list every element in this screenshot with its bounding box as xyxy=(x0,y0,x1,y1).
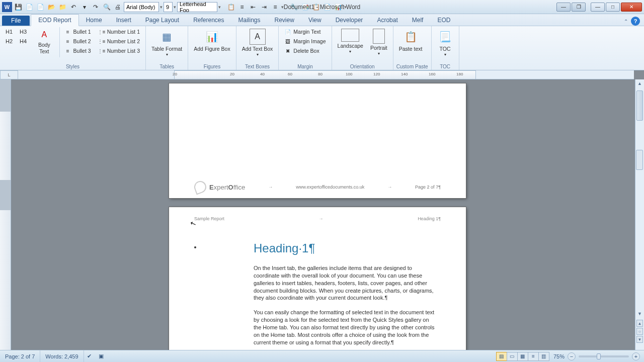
zoom-handle[interactable] xyxy=(636,150,643,170)
document-scroll[interactable]: ExpertOffice → www.expertofficedocuments… xyxy=(11,79,635,350)
margin-image-button[interactable]: 🖼Margin Image xyxy=(282,37,328,46)
zoom-level[interactable]: 75% xyxy=(553,353,565,359)
style-body-text[interactable]: A Body Text xyxy=(31,27,57,56)
spell-check-icon[interactable]: ✔ xyxy=(87,353,92,359)
next-page-button[interactable]: ▼ xyxy=(636,336,643,343)
open-icon[interactable]: 📂 xyxy=(46,2,56,12)
view-outline[interactable]: ≡ xyxy=(528,352,539,361)
print-preview-icon[interactable]: 🔍 xyxy=(102,2,112,12)
tab-references[interactable]: References xyxy=(186,15,231,26)
horizontal-ruler[interactable]: 20 20 40 60 80 100 120 140 160 180 xyxy=(18,70,634,79)
tab-home[interactable]: Home xyxy=(79,15,109,26)
tab-insert[interactable]: Insert xyxy=(109,15,138,26)
style-h1[interactable]: H1 xyxy=(3,27,15,36)
line-spacing-icon[interactable]: ≡ xyxy=(270,2,280,12)
close-button[interactable]: ✕ xyxy=(621,3,642,12)
add-figure-box-button[interactable]: 📊 Add Figure Box xyxy=(191,27,232,54)
landscape-icon xyxy=(341,29,359,42)
landscape-button[interactable]: Landscape▾ xyxy=(335,27,366,55)
tab-view[interactable]: View xyxy=(301,15,329,26)
group-label-orientation: Orientation xyxy=(335,63,390,70)
vertical-ruler[interactable] xyxy=(0,79,11,350)
prev-page-button[interactable]: ▲ xyxy=(636,320,643,327)
print-icon[interactable]: 🖨 xyxy=(113,2,123,12)
file-tab[interactable]: File xyxy=(2,16,30,26)
add-text-box-button[interactable]: A Add Text Box▾ xyxy=(239,27,276,58)
style-bullet-2[interactable]: ≡Bullet 2 xyxy=(62,37,94,46)
group-custom-paste: 📋 Paste text Custom Paste xyxy=(393,26,432,70)
status-words[interactable]: Words: 2,459 xyxy=(40,350,84,362)
outer-restore-button[interactable]: ❐ xyxy=(572,3,586,12)
font-size-selector[interactable]: 9 xyxy=(164,2,173,12)
macro-record-icon[interactable]: ▣ xyxy=(99,353,104,359)
style-number-2[interactable]: ⋮≡Number List 2 xyxy=(96,37,142,46)
save-as-icon[interactable]: 📄 xyxy=(24,2,34,12)
style-h2[interactable]: H2 xyxy=(3,37,15,46)
scroll-up-icon[interactable]: ▲ xyxy=(635,79,644,87)
tab-eod-report[interactable]: EOD Report xyxy=(31,14,78,26)
increase-indent-icon[interactable]: ⇥ xyxy=(259,2,269,12)
paragraph-2: You can easily change the formatting of … xyxy=(254,309,436,346)
tab-acrobat[interactable]: Acrobat xyxy=(370,15,405,26)
save-icon[interactable]: 💾 xyxy=(13,2,23,12)
portrait-button[interactable]: Portrait▾ xyxy=(368,27,390,57)
table-format-button[interactable]: ▦ Table Format▾ xyxy=(149,27,185,58)
paste-text-button[interactable]: 📋 Paste text xyxy=(396,27,425,54)
document-area: L 20 20 40 60 80 100 120 140 160 180 Exp… xyxy=(0,70,644,350)
window-controls: — ❐ — □ ✕ xyxy=(555,3,642,12)
margin-text-icon: 📄 xyxy=(284,28,291,35)
browse-object-button[interactable]: ○ xyxy=(636,328,643,335)
minimize-button[interactable]: — xyxy=(591,3,605,12)
scroll-thumb[interactable] xyxy=(636,90,643,121)
help-button[interactable]: ? xyxy=(631,17,640,26)
word-icon[interactable]: W xyxy=(2,2,12,12)
tab-mailings[interactable]: Mailings xyxy=(231,15,268,26)
outer-min-button[interactable]: — xyxy=(556,3,571,12)
tab-review[interactable]: Review xyxy=(268,15,301,26)
qat-extra-1-icon[interactable]: 📋 xyxy=(226,2,236,12)
zoom-slider[interactable] xyxy=(579,355,629,357)
view-draft[interactable]: ▥ xyxy=(538,352,549,361)
ribbon-tabs: File EOD Report Home Insert Page Layout … xyxy=(0,14,644,26)
view-full-screen[interactable]: ▭ xyxy=(507,352,518,361)
scroll-down-icon[interactable]: ▼ xyxy=(635,310,644,318)
font-name-selector[interactable]: Arial (Body) xyxy=(124,2,159,12)
new-icon[interactable]: 📄 xyxy=(35,2,45,12)
qat-extra-2-icon[interactable]: ≡ xyxy=(237,2,247,12)
style-h3[interactable]: H3 xyxy=(17,27,29,36)
close-doc-icon[interactable]: 📁 xyxy=(57,2,67,12)
status-page[interactable]: Page: 2 of 7 xyxy=(0,350,40,362)
zoom-out-button[interactable]: − xyxy=(568,352,576,360)
zoom-in-button[interactable]: + xyxy=(632,352,640,360)
view-web-layout[interactable]: ▦ xyxy=(517,352,528,361)
tab-developer[interactable]: Developer xyxy=(329,15,370,26)
number-icon: ⋮≡ xyxy=(98,47,105,54)
tab-eod[interactable]: EOD xyxy=(430,15,457,26)
style-h4[interactable]: H4 xyxy=(17,37,29,46)
page-1-footer: ExpertOffice → www.expertofficedocuments… xyxy=(194,181,441,193)
style-bullet-3[interactable]: ≡Bullet 3 xyxy=(62,46,94,55)
group-label-custom-paste: Custom Paste xyxy=(396,63,428,70)
toc-button[interactable]: 📃 TOC▾ xyxy=(435,27,456,58)
maximize-button[interactable]: □ xyxy=(606,3,620,12)
footer-url: www.expertofficedocuments.co.uk xyxy=(296,185,364,190)
vertical-scrollbar[interactable]: ▲ ▼ ▲ ○ ▼ xyxy=(635,79,644,350)
tab-page-layout[interactable]: Page Layout xyxy=(138,15,186,26)
undo-icon[interactable]: ↶ xyxy=(68,2,78,12)
group-label-figures: Figures xyxy=(191,63,232,70)
decrease-indent-icon[interactable]: ⇤ xyxy=(248,2,258,12)
view-print-layout[interactable]: ▤ xyxy=(496,352,507,361)
footer-logo: ExpertOffice xyxy=(194,181,245,193)
margin-text-button[interactable]: 📄Margin Text xyxy=(282,27,328,36)
ruler-corner[interactable]: L xyxy=(0,70,18,79)
delete-box-button[interactable]: ✖Delete Box xyxy=(282,46,328,55)
redo-icon[interactable]: ↷ xyxy=(91,2,101,12)
collapse-ribbon-icon[interactable]: ⌃ xyxy=(624,19,628,24)
style-bullet-1[interactable]: ≡Bullet 1 xyxy=(62,27,94,36)
style-number-1[interactable]: ⋮≡Number List 1 xyxy=(96,27,142,36)
style-number-3[interactable]: ⋮≡Number List 3 xyxy=(96,46,142,55)
style-preset-selector[interactable]: Letterhead Foo xyxy=(177,2,217,12)
tab-melf[interactable]: Melf xyxy=(405,15,431,26)
logo-swoosh-icon xyxy=(193,179,208,195)
heading-1: Heading·1¶ xyxy=(254,241,436,255)
